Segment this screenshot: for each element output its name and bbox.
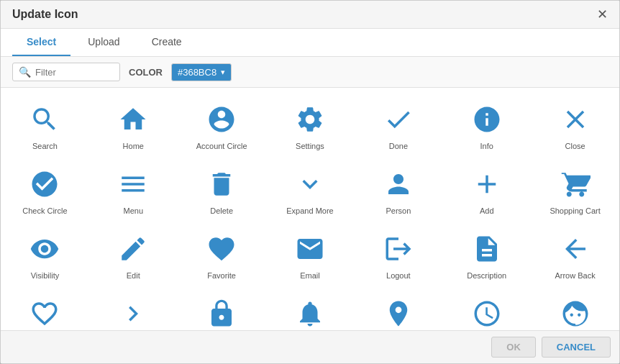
icon-cell-edit[interactable]: Edit <box>89 223 178 288</box>
favorite-border-icon <box>27 296 62 330</box>
shopping-cart-label: Shopping Cart <box>550 206 600 216</box>
dialog-footer: OK CANCEL <box>1 330 619 363</box>
expand-more-label: Expand More <box>286 206 333 216</box>
chevron-right-icon <box>116 296 150 330</box>
icon-cell-notifications[interactable]: Notifications <box>266 288 355 330</box>
icon-cell-settings[interactable]: Settings <box>266 94 355 158</box>
add-label: Add <box>480 206 494 216</box>
expand-more-icon <box>293 167 327 201</box>
shopping-cart-icon <box>558 167 593 201</box>
tab-select[interactable]: Select <box>12 29 70 56</box>
visibility-label: Visibility <box>31 270 60 281</box>
icon-cell-location-on[interactable]: Location On <box>354 288 442 330</box>
done-icon <box>381 102 416 137</box>
visibility-icon <box>27 232 62 266</box>
check-circle-icon <box>27 167 62 201</box>
icon-cell-favorite[interactable]: Favorite <box>178 223 266 288</box>
icon-cell-favorite-border[interactable]: Favorite Border <box>1 288 89 330</box>
icon-cell-expand-more[interactable]: Expand More <box>266 158 355 223</box>
cancel-button[interactable]: CANCEL <box>542 337 611 358</box>
logout-icon <box>381 232 416 266</box>
home-icon <box>116 102 150 137</box>
description-label: Description <box>467 270 506 281</box>
icon-cell-add[interactable]: Add <box>442 158 531 223</box>
icon-cell-logout[interactable]: Logout <box>354 223 442 288</box>
icon-cell-chevron-right[interactable]: Chevron Right <box>89 288 178 330</box>
edit-label: Edit <box>127 270 140 281</box>
close-label: Close <box>565 141 585 151</box>
person-label: Person <box>386 206 411 216</box>
icon-cell-arrow-back[interactable]: Arrow Back <box>531 223 619 288</box>
dialog-title: Update Icon <box>12 8 78 21</box>
icon-cell-person[interactable]: Person <box>354 158 442 223</box>
info-label: Info <box>480 141 493 151</box>
icon-cell-email[interactable]: Email <box>266 223 355 288</box>
logout-label: Logout <box>386 270 411 281</box>
icon-cell-close[interactable]: Close <box>531 94 619 158</box>
schedule-icon <box>470 296 504 330</box>
color-value: #368BC8 <box>178 67 216 78</box>
notifications-icon <box>293 296 327 330</box>
icon-cell-done[interactable]: Done <box>354 94 442 158</box>
update-icon-dialog: Update Icon ✕ Select Upload Create 🔍 COL… <box>0 0 620 364</box>
home-label: Home <box>123 141 144 151</box>
delete-label: Delete <box>210 206 233 216</box>
color-selector[interactable]: #368BC8 ▾ <box>171 63 232 81</box>
color-label: COLOR <box>129 67 163 78</box>
email-icon <box>293 232 327 266</box>
info-icon <box>470 102 504 137</box>
account-circle-label: Account Circle <box>196 141 247 151</box>
arrow-back-label: Arrow Back <box>555 270 595 281</box>
favorite-icon <box>204 232 239 266</box>
menu-icon <box>116 167 150 201</box>
filter-input[interactable] <box>35 67 114 78</box>
icon-cell-description[interactable]: Description <box>442 223 531 288</box>
icon-cell-search[interactable]: Search <box>1 94 89 158</box>
close-icon <box>558 102 593 137</box>
arrow-back-icon <box>558 232 593 266</box>
dialog-header: Update Icon ✕ <box>1 1 619 29</box>
face-icon <box>558 296 593 330</box>
icon-cell-info[interactable]: Info <box>442 94 531 158</box>
chevron-down-icon: ▾ <box>221 68 225 77</box>
icon-cell-lock[interactable]: Lock <box>178 288 266 330</box>
icon-cell-check-circle[interactable]: Check Circle <box>1 158 89 223</box>
icon-cell-home[interactable]: Home <box>89 94 178 158</box>
icon-cell-face[interactable]: Face <box>531 288 619 330</box>
lock-icon <box>204 296 239 330</box>
favorite-label: Favorite <box>207 270 236 281</box>
person-icon <box>381 167 416 201</box>
icons-area[interactable]: SearchHomeAccount CircleSettingsDoneInfo… <box>1 88 619 330</box>
ok-button[interactable]: OK <box>491 337 536 358</box>
icon-cell-menu[interactable]: Menu <box>89 158 178 223</box>
icon-cell-visibility[interactable]: Visibility <box>1 223 89 288</box>
location-on-icon <box>381 296 416 330</box>
add-icon <box>470 167 504 201</box>
tab-bar: Select Upload Create <box>1 29 619 57</box>
toolbar: 🔍 COLOR #368BC8 ▾ <box>1 57 619 88</box>
delete-icon <box>204 167 239 201</box>
menu-label: Menu <box>124 206 144 216</box>
settings-label: Settings <box>296 141 324 151</box>
icon-cell-account-circle[interactable]: Account Circle <box>178 94 266 158</box>
icon-cell-schedule[interactable]: Schedule <box>442 288 531 330</box>
close-button[interactable]: ✕ <box>597 8 608 21</box>
icon-cell-shopping-cart[interactable]: Shopping Cart <box>531 158 619 223</box>
icons-grid: SearchHomeAccount CircleSettingsDoneInfo… <box>1 94 619 330</box>
check-circle-label: Check Circle <box>22 206 67 216</box>
filter-input-wrap[interactable]: 🔍 <box>12 63 120 81</box>
search-label: Search <box>32 141 58 151</box>
search-icon: 🔍 <box>19 66 31 78</box>
icon-cell-delete[interactable]: Delete <box>178 158 266 223</box>
email-label: Email <box>300 270 320 281</box>
tab-create[interactable]: Create <box>137 29 196 56</box>
settings-icon <box>293 102 327 137</box>
account-circle-icon <box>204 102 239 137</box>
description-icon <box>470 232 504 266</box>
edit-icon <box>116 232 150 266</box>
done-label: Done <box>389 141 408 151</box>
tab-upload[interactable]: Upload <box>73 29 134 56</box>
search-icon <box>27 102 62 137</box>
